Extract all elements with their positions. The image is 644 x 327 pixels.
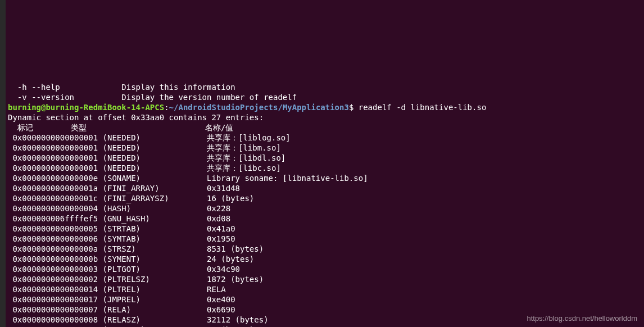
prompt-path: ~/AndroidStudioProjects/MyApplication3 xyxy=(169,103,349,112)
section-header: Dynamic section at offset 0x33aa0 contai… xyxy=(0,112,644,122)
dynamic-entry-row: 0x000000000000000b (SYMENT) 24 (bytes) xyxy=(0,254,644,264)
command-text: readelf -d libnative-lib.so xyxy=(353,103,486,112)
prompt-colon: : xyxy=(164,103,169,112)
dynamic-entry-row: 0x0000000000000014 (PLTREL) RELA xyxy=(0,284,644,294)
column-header: 标记 类型 名称/值 xyxy=(0,122,644,133)
dynamic-entry-row: 0x0000000000000001 (NEEDED) 共享库：[liblog.… xyxy=(0,133,644,143)
dynamic-entry-row: 0x000000006ffffef5 (GNU_HASH) 0xd08 xyxy=(0,214,644,224)
prompt-line: burning@burning-RedmiBook-14-APCS:~/Andr… xyxy=(0,102,644,112)
prompt-user-host: burning@burning-RedmiBook-14-APCS xyxy=(8,103,164,112)
dynamic-entry-row: 0x0000000000000005 (STRTAB) 0x41a0 xyxy=(0,224,644,234)
dynamic-entry-row: 0x000000000000001c (FINI_ARRAYSZ) 16 (by… xyxy=(0,193,644,203)
help-line: -h --help Display this information xyxy=(0,82,644,92)
dynamic-entry-row: 0x0000000000000017 (JMPREL) 0xe400 xyxy=(0,294,644,305)
launcher-strip xyxy=(0,0,6,327)
dynamic-entry-row: 0x000000000000000a (STRSZ) 8531 (bytes) xyxy=(0,244,644,254)
dynamic-entry-row: 0x0000000000000004 (HASH) 0x228 xyxy=(0,203,644,214)
dynamic-entry-row: 0x0000000000000001 (NEEDED) 共享库：[libc.so… xyxy=(0,163,644,173)
help-line: -v --version Display the version number … xyxy=(0,92,644,102)
dynamic-entry-row: 0x0000000000000009 (RELAENT) 24 (bytes) xyxy=(0,325,644,327)
dynamic-entry-row: 0x0000000000000002 (PLTRELSZ) 1872 (byte… xyxy=(0,274,644,284)
dynamic-entry-row: 0x0000000000000003 (PLTGOT) 0x34c90 xyxy=(0,264,644,274)
dynamic-entry-row: 0x0000000000000006 (SYMTAB) 0x1950 xyxy=(0,234,644,244)
dynamic-entry-row: 0x000000000000001a (FINI_ARRAY) 0x31d48 xyxy=(0,183,644,193)
dynamic-entry-row: 0x0000000000000001 (NEEDED) 共享库：[libm.so… xyxy=(0,143,644,153)
dynamic-entry-row: 0x000000000000000e (SONAME) Library sona… xyxy=(0,173,644,183)
dynamic-entry-row: 0x0000000000000001 (NEEDED) 共享库：[libdl.s… xyxy=(0,153,644,163)
terminal-output[interactable]: -h --help Display this information -v --… xyxy=(0,61,644,327)
watermark-text: https://blog.csdn.net/helloworlddm xyxy=(527,314,637,324)
